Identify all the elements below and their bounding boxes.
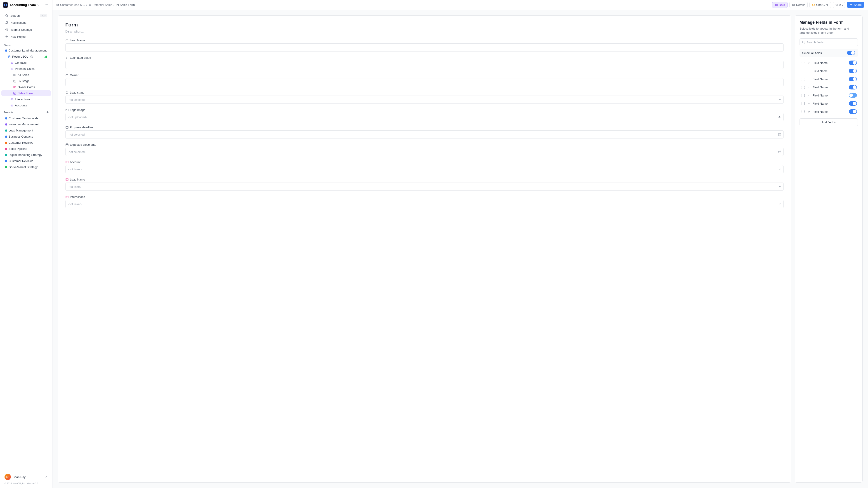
- svg-text:tT: tT: [808, 111, 810, 113]
- accounts-item[interactable]: Accounts: [1, 103, 51, 108]
- field-toggle-7[interactable]: [849, 109, 857, 114]
- field-toggle-6[interactable]: [849, 101, 857, 106]
- brand-button[interactable]: Accounting Team: [3, 2, 40, 8]
- new-project-nav-item[interactable]: New Project: [1, 33, 51, 40]
- breadcrumb-item-1[interactable]: Customer lead M...: [56, 3, 85, 6]
- calendar-input-icon2: [778, 150, 781, 153]
- search-icon: [802, 41, 805, 44]
- lead-name-input[interactable]: [65, 43, 784, 52]
- notifications-nav-item[interactable]: Notifications: [1, 19, 51, 26]
- logo-image-upload[interactable]: -not uploaded-: [65, 113, 784, 121]
- breadcrumb-item-2[interactable]: Potential Sales: [88, 3, 112, 6]
- project-lead-management[interactable]: Lead Management: [1, 128, 51, 133]
- contacts-item[interactable]: Contacts: [1, 60, 51, 66]
- drag-handle[interactable]: ⋮⋮: [800, 110, 806, 113]
- estimated-value-input[interactable]: [65, 61, 784, 69]
- field-label-owner: tT Owner: [65, 73, 784, 77]
- drag-handle[interactable]: ⋮⋮: [800, 94, 806, 97]
- project-dot: [5, 129, 7, 132]
- field-toggle-5[interactable]: [849, 93, 857, 98]
- customer-lead-item[interactable]: Customer Lead Management: [1, 48, 51, 53]
- drag-handle[interactable]: ⋮⋮: [800, 61, 806, 64]
- form-field-lead-name-link: Lead Name -not linked-: [65, 178, 784, 191]
- interactions-select[interactable]: -not linked-: [65, 200, 784, 208]
- interactions-item[interactable]: Interactions: [1, 96, 51, 102]
- chevron-down-icon: [778, 185, 781, 188]
- breadcrumb-label-1: Customer lead M...: [60, 3, 85, 6]
- project-customer-reviews-2[interactable]: Customer Reviews: [1, 158, 51, 164]
- form-field-expected-close-date: Expected close date -not selected-: [65, 143, 784, 156]
- sales-form-item[interactable]: Sales Form: [1, 90, 51, 96]
- project-customer-reviews[interactable]: Customer Reviews: [1, 140, 51, 145]
- new-project-label: New Project: [10, 35, 26, 38]
- lead-name-link-select[interactable]: -not linked-: [65, 183, 784, 191]
- project-dot: [5, 117, 7, 120]
- drag-handle[interactable]: ⋮⋮: [800, 86, 806, 89]
- project-digital-marketing[interactable]: Digital Marketing Strategy: [1, 152, 51, 158]
- project-dot: [5, 160, 7, 162]
- fields-search-input[interactable]: [807, 41, 855, 44]
- postgresql-item[interactable]: PostgreSQL i: [1, 54, 51, 59]
- sidebar: Accounting Team Search ⌘ K Notifications…: [0, 0, 53, 488]
- by-stage-item[interactable]: By Stage: [1, 78, 51, 84]
- project-business-contacts[interactable]: Business Contacts: [1, 134, 51, 139]
- lead-stage-select[interactable]: -not selected-: [65, 96, 784, 104]
- keyboard-shortcut-button[interactable]: ⌘L: [833, 2, 845, 8]
- shortcut-label: ⌘L: [839, 3, 843, 6]
- circles-icon2: [10, 67, 13, 70]
- share-button[interactable]: Share: [847, 2, 864, 8]
- grid-icon: [13, 73, 16, 76]
- project-customer-testimonials[interactable]: Customer Testimonials: [1, 116, 51, 121]
- svg-text:tT: tT: [808, 95, 810, 97]
- link-breadcrumb-icon: [88, 3, 92, 6]
- interactions-icon: [10, 98, 13, 101]
- project-label: Lead Management: [8, 129, 33, 132]
- field-toggle-4[interactable]: [849, 85, 857, 90]
- field-toggle-3[interactable]: [849, 77, 857, 81]
- field-row-5: ⋮⋮ tT Field Name: [800, 91, 858, 99]
- project-label: Customer Testimonials: [8, 117, 38, 120]
- svg-rect-45: [775, 4, 776, 5]
- all-sales-item[interactable]: All Sales: [1, 72, 51, 78]
- sidebar-toggle-button[interactable]: [44, 2, 50, 8]
- chevron-down-icon: [37, 4, 40, 6]
- breadcrumb: Customer lead M... / Potential Sales / S…: [56, 3, 135, 6]
- project-inventory[interactable]: Inventory Management: [1, 122, 51, 127]
- svg-point-60: [66, 92, 68, 94]
- drag-handle[interactable]: ⋮⋮: [800, 102, 806, 105]
- potential-sales-item[interactable]: Potential Sales: [1, 66, 51, 72]
- proposal-deadline-input[interactable]: -not selected-: [65, 130, 784, 138]
- form-description-placeholder[interactable]: Description...: [65, 30, 784, 33]
- owner-cards-item[interactable]: Owner Cards: [1, 84, 51, 90]
- field-toggle-1[interactable]: [849, 61, 857, 65]
- svg-text:tT: tT: [66, 39, 68, 42]
- details-tab-button[interactable]: Details: [789, 2, 808, 8]
- data-tab-button[interactable]: Data: [772, 2, 787, 8]
- expected-close-date-input[interactable]: -not selected-: [65, 148, 784, 156]
- project-dot: [5, 135, 7, 138]
- account-select[interactable]: -not linked-: [65, 165, 784, 173]
- owner-input[interactable]: [65, 78, 784, 86]
- field-type-icon: tT: [808, 69, 811, 72]
- field-label-expected-close-date: Expected close date: [65, 143, 784, 147]
- svg-rect-29: [16, 86, 16, 87]
- accounts-label: Accounts: [15, 104, 27, 107]
- add-field-button[interactable]: Add field +: [800, 119, 858, 126]
- project-go-to-market[interactable]: Go-to-Market Strategy: [1, 164, 51, 170]
- breadcrumb-item-3[interactable]: Sales Form: [116, 3, 135, 6]
- calendar-icon: [65, 126, 68, 129]
- user-profile-button[interactable]: SR Sean Ray: [3, 473, 50, 482]
- field-toggle-2[interactable]: [849, 69, 857, 73]
- postgresql-label: PostgreSQL: [12, 55, 28, 58]
- add-project-button[interactable]: +: [46, 110, 49, 114]
- drag-handle[interactable]: ⋮⋮: [800, 69, 806, 72]
- search-nav-item[interactable]: Search ⌘ K: [1, 12, 51, 19]
- team-settings-nav-item[interactable]: Team & Settings: [1, 26, 51, 33]
- chatgpt-icon: [812, 3, 815, 6]
- chatgpt-tab-button[interactable]: ChatGPT: [809, 2, 831, 8]
- info-icon: i: [30, 55, 33, 58]
- drag-handle[interactable]: ⋮⋮: [800, 77, 806, 80]
- project-sales-pipeline[interactable]: Sales Pipeline: [1, 146, 51, 152]
- select-all-toggle[interactable]: [847, 51, 855, 55]
- share-label: Share: [854, 3, 862, 6]
